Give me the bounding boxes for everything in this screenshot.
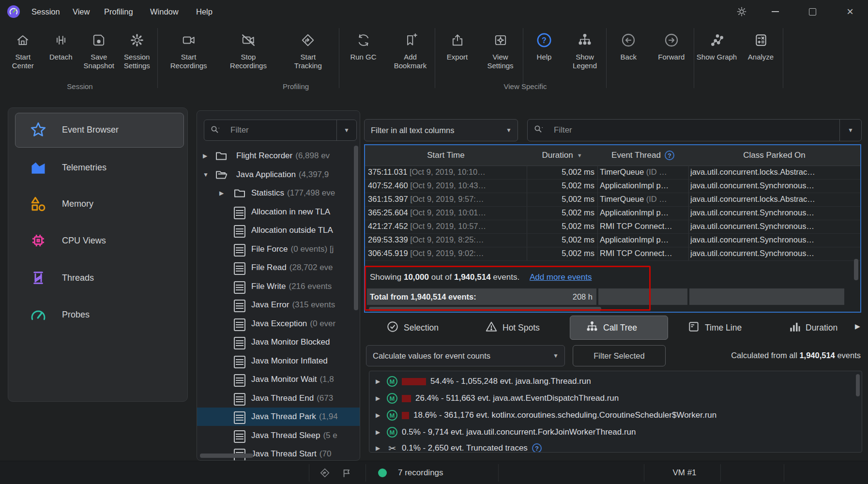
- menu-window[interactable]: Window: [150, 0, 179, 23]
- toolbar-button-run-gc[interactable]: Run GC: [340, 27, 387, 61]
- help-circle-icon[interactable]: ?: [665, 151, 674, 160]
- toolbar-button-export[interactable]: Export: [436, 27, 479, 61]
- toolbar-button-analyze[interactable]: Analyze: [739, 27, 783, 61]
- tab-overflow-chevron-icon[interactable]: ▶: [855, 322, 860, 330]
- tree-item-file-read[interactable]: File Read(28,702 eve: [197, 258, 360, 277]
- column-header-start-time[interactable]: Start Time: [365, 145, 527, 166]
- toolbar-button-back[interactable]: Back: [607, 27, 650, 61]
- chevron-down-icon[interactable]: ▼: [203, 166, 209, 184]
- events-filter-dropdown-button[interactable]: ▼: [839, 120, 861, 141]
- sidebar-item-probes[interactable]: Probes: [8, 298, 187, 332]
- chevron-right-icon[interactable]: ▶: [376, 429, 382, 436]
- tree-item-statistics[interactable]: ▶ Statistics(177,498 eve: [197, 184, 360, 202]
- menu-session[interactable]: Session: [31, 0, 60, 23]
- tree-item-java-thread-end[interactable]: Java Thread End(673: [197, 389, 360, 408]
- help-circle-icon[interactable]: ?: [532, 443, 542, 453]
- chevron-right-icon[interactable]: ▶: [376, 412, 382, 419]
- menu-view[interactable]: View: [73, 0, 90, 23]
- table-horizontal-scrollbar[interactable]: [369, 307, 601, 311]
- toolbar-button-add-bookmark[interactable]: Add Bookmark: [387, 27, 434, 71]
- menu-help[interactable]: Help: [196, 0, 213, 23]
- call-tree-panel[interactable]: ▶ M 54.4% - 1,055,248 evt. java.lang.Thr…: [369, 371, 862, 453]
- tab-call-tree[interactable]: Call Tree: [586, 316, 637, 340]
- tab-time-line[interactable]: Time Line: [687, 316, 742, 340]
- tree-item-flight-recorder[interactable]: ▶ Flight Recorder(6,898 ev: [197, 147, 360, 165]
- tree-item-java-application[interactable]: ▼ Java Application(4,397,9: [197, 166, 360, 184]
- toolbar-button-start-center[interactable]: Start Center: [4, 27, 42, 71]
- sidebar-item-cpu-views[interactable]: CPU Views: [8, 224, 187, 257]
- tree-item-allocation-new-tlab[interactable]: Allocation in new TLA: [197, 203, 360, 221]
- table-row[interactable]: 375:11.031 [Oct 9, 2019, 10:10… 5,002 ms…: [365, 166, 860, 180]
- table-row[interactable]: 421:27.452 [Oct 9, 2019, 10:57… 5,002 ms…: [365, 220, 860, 234]
- table-row[interactable]: 361:15.397 [Oct 9, 2019, 9:57:… 5,002 ms…: [365, 193, 860, 207]
- toolbar-button-start-tracking[interactable]: Start Tracking: [278, 27, 338, 71]
- chevron-right-icon[interactable]: ▶: [219, 184, 224, 202]
- toolbar-button-start-recordings[interactable]: Start Recordings: [159, 27, 218, 71]
- toolbar-button-save-snapshot[interactable]: Save Snapshot: [80, 27, 118, 71]
- column-header-class-parked-on[interactable]: Class Parked On: [688, 145, 860, 166]
- tree-item-java-thread-sleep[interactable]: Java Thread Sleep(5 e: [197, 426, 360, 445]
- theme-toggle-icon[interactable]: [731, 0, 753, 23]
- events-filter-input[interactable]: [553, 120, 826, 141]
- tree-item-java-error[interactable]: Java Error(315 events: [197, 296, 360, 314]
- filter-selected-button[interactable]: Filter Selected: [573, 345, 666, 366]
- close-button[interactable]: ×: [839, 0, 861, 23]
- tree-item-java-thread-start[interactable]: Java Thread Start(70: [197, 445, 360, 461]
- call-tree-row[interactable]: ▶ M 54.4% - 1,055,248 evt. java.lang.Thr…: [369, 373, 862, 390]
- toolbar-button-help[interactable]: ? Help: [524, 27, 564, 61]
- toolbar-button-show-legend[interactable]: Show Legend: [564, 27, 605, 71]
- table-row[interactable]: 269:53.339 [Oct 9, 2019, 8:25:… 5,002 ms…: [365, 233, 860, 247]
- recordings-status[interactable]: 7 recordings: [398, 461, 443, 484]
- table-row[interactable]: 306:45.919 [Oct 9, 2019, 9:02:… 5,002 ms…: [365, 247, 860, 261]
- tree-filter-input[interactable]: [229, 120, 338, 140]
- sidebar-item-event-browser[interactable]: Event Browser: [8, 113, 187, 147]
- events-table[interactable]: Start Time Duration▼ Event Thread? Class…: [364, 144, 861, 313]
- sidebar-item-threads[interactable]: Threads: [8, 261, 187, 295]
- tree-vertical-scrollbar[interactable]: [354, 146, 358, 310]
- column-header-duration[interactable]: Duration▼: [527, 145, 598, 166]
- tab-selection[interactable]: Selection: [386, 316, 439, 340]
- menu-profiling[interactable]: Profiling: [104, 0, 133, 23]
- sidebar-item-memory[interactable]: Memory: [8, 187, 187, 221]
- tree-item-java-monitor-inflated[interactable]: Java Monitor Inflated: [197, 352, 360, 370]
- tracking-status-icon[interactable]: [320, 468, 330, 480]
- minimize-button[interactable]: [764, 0, 786, 23]
- toolbar-button-stop-recordings[interactable]: Stop Recordings: [218, 27, 278, 71]
- tree-item-java-monitor-wait[interactable]: Java Monitor Wait(1,8: [197, 370, 360, 389]
- chevron-right-icon[interactable]: ▶: [376, 395, 382, 402]
- tab-duration[interactable]: Duration: [788, 316, 838, 340]
- sidebar-item-telemetries[interactable]: Telemetries: [8, 151, 187, 184]
- bookmark-flag-icon[interactable]: [342, 468, 352, 480]
- column-header-event-thread[interactable]: Event Thread?: [597, 145, 689, 166]
- tree-item-file-write[interactable]: File Write(216 events: [197, 277, 360, 296]
- chevron-right-icon[interactable]: ▶: [376, 378, 382, 385]
- call-tree-vertical-scrollbar[interactable]: [856, 374, 860, 396]
- call-tree-row[interactable]: ▶ M 18.6% - 361,176 evt. kotlinx.corouti…: [369, 407, 862, 424]
- tree-item-file-force[interactable]: File Force(0 events) [j: [197, 240, 360, 258]
- chevron-right-icon[interactable]: ▶: [203, 147, 207, 165]
- toolbar-button-view-settings[interactable]: View Settings: [479, 27, 522, 71]
- tree-filter-dropdown-button[interactable]: ▼: [336, 120, 356, 140]
- maximize-button[interactable]: [801, 0, 823, 23]
- tab-hot-spots[interactable]: Hot Spots: [485, 316, 540, 340]
- call-tree-row[interactable]: ▶ M 26.4% - 511,663 evt. java.awt.EventD…: [369, 390, 862, 407]
- call-tree-row[interactable]: ▶ ✂ 0.1% - 2,650 evt. Truncated traces ?: [369, 440, 862, 453]
- tree-item-java-monitor-blocked[interactable]: Java Monitor Blocked: [197, 333, 360, 351]
- toolbar-button-forward[interactable]: Forward: [650, 27, 693, 61]
- call-tree-row[interactable]: ▶ M 0.5% - 9,714 evt. java.util.concurre…: [369, 424, 862, 440]
- table-row[interactable]: 365:25.604 [Oct 9, 2019, 10:01… 5,002 ms…: [365, 206, 860, 220]
- tree-item-java-exception[interactable]: Java Exception(0 ever: [197, 315, 360, 333]
- add-more-events-link[interactable]: Add more events: [530, 272, 592, 282]
- toolbar-button-detach[interactable]: Detach: [42, 27, 80, 61]
- tree-horizontal-scrollbar[interactable]: [200, 454, 253, 458]
- chevron-right-icon[interactable]: ▶: [376, 445, 382, 452]
- table-vertical-scrollbar[interactable]: [854, 259, 858, 280]
- table-row[interactable]: 407:52.460 [Oct 9, 2019, 10:43… 5,002 ms…: [365, 179, 860, 193]
- toolbar-button-show-graph[interactable]: Show Graph: [695, 27, 739, 61]
- toolbar-button-session-settings[interactable]: Session Settings: [118, 27, 156, 71]
- tree-item-allocation-outside-tlab[interactable]: Allocation outside TLA: [197, 221, 360, 240]
- tree-item-java-thread-park[interactable]: Java Thread Park(1,94: [197, 408, 360, 426]
- calculate-values-combo[interactable]: Calculate values for event counts ▼: [366, 345, 565, 366]
- filter-column-combo[interactable]: Filter in all text columns ▼: [364, 119, 518, 141]
- document-icon: [234, 300, 245, 312]
